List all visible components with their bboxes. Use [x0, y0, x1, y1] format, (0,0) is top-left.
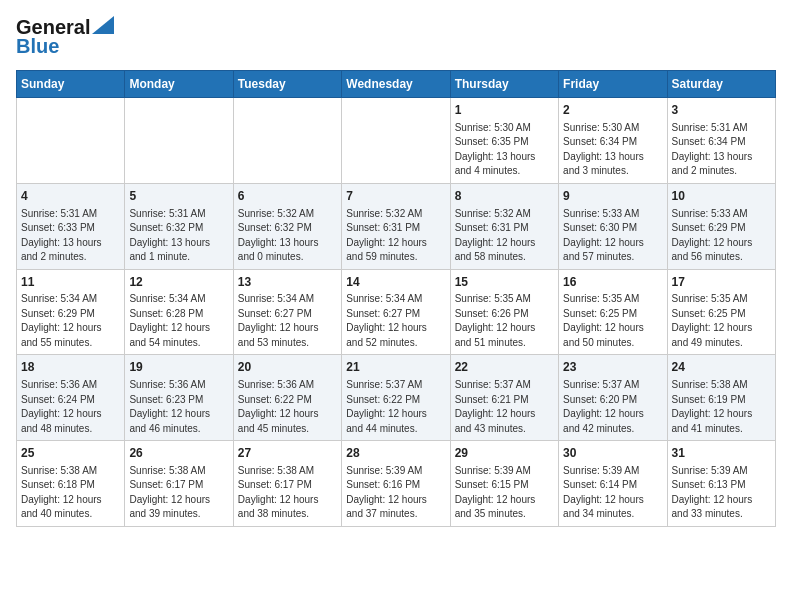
day-number: 6 [238, 188, 337, 205]
page-header: General Blue [16, 16, 776, 58]
week-row-1: 1Sunrise: 5:30 AM Sunset: 6:35 PM Daylig… [17, 98, 776, 184]
cell-content: Sunrise: 5:37 AM Sunset: 6:20 PM Dayligh… [563, 378, 662, 436]
logo: General Blue [16, 16, 114, 58]
calendar-cell [125, 98, 233, 184]
cell-content: Sunrise: 5:34 AM Sunset: 6:27 PM Dayligh… [238, 292, 337, 350]
day-number: 12 [129, 274, 228, 291]
calendar-cell: 14Sunrise: 5:34 AM Sunset: 6:27 PM Dayli… [342, 269, 450, 355]
day-number: 15 [455, 274, 554, 291]
cell-content: Sunrise: 5:31 AM Sunset: 6:33 PM Dayligh… [21, 207, 120, 265]
calendar-cell: 24Sunrise: 5:38 AM Sunset: 6:19 PM Dayli… [667, 355, 775, 441]
calendar-cell: 9Sunrise: 5:33 AM Sunset: 6:30 PM Daylig… [559, 183, 667, 269]
day-number: 28 [346, 445, 445, 462]
day-number: 25 [21, 445, 120, 462]
calendar-cell: 22Sunrise: 5:37 AM Sunset: 6:21 PM Dayli… [450, 355, 558, 441]
day-number: 20 [238, 359, 337, 376]
day-number: 23 [563, 359, 662, 376]
calendar-cell: 1Sunrise: 5:30 AM Sunset: 6:35 PM Daylig… [450, 98, 558, 184]
calendar-cell: 5Sunrise: 5:31 AM Sunset: 6:32 PM Daylig… [125, 183, 233, 269]
calendar-cell [233, 98, 341, 184]
calendar-cell: 4Sunrise: 5:31 AM Sunset: 6:33 PM Daylig… [17, 183, 125, 269]
day-number: 24 [672, 359, 771, 376]
cell-content: Sunrise: 5:38 AM Sunset: 6:18 PM Dayligh… [21, 464, 120, 522]
cell-content: Sunrise: 5:35 AM Sunset: 6:26 PM Dayligh… [455, 292, 554, 350]
day-number: 26 [129, 445, 228, 462]
week-row-3: 11Sunrise: 5:34 AM Sunset: 6:29 PM Dayli… [17, 269, 776, 355]
cell-content: Sunrise: 5:31 AM Sunset: 6:32 PM Dayligh… [129, 207, 228, 265]
calendar-cell: 8Sunrise: 5:32 AM Sunset: 6:31 PM Daylig… [450, 183, 558, 269]
calendar-cell: 11Sunrise: 5:34 AM Sunset: 6:29 PM Dayli… [17, 269, 125, 355]
calendar-cell [17, 98, 125, 184]
calendar-cell: 12Sunrise: 5:34 AM Sunset: 6:28 PM Dayli… [125, 269, 233, 355]
week-row-5: 25Sunrise: 5:38 AM Sunset: 6:18 PM Dayli… [17, 441, 776, 527]
cell-content: Sunrise: 5:36 AM Sunset: 6:23 PM Dayligh… [129, 378, 228, 436]
day-number: 14 [346, 274, 445, 291]
day-number: 21 [346, 359, 445, 376]
logo-icon [92, 16, 114, 34]
day-number: 4 [21, 188, 120, 205]
cell-content: Sunrise: 5:36 AM Sunset: 6:24 PM Dayligh… [21, 378, 120, 436]
week-row-2: 4Sunrise: 5:31 AM Sunset: 6:33 PM Daylig… [17, 183, 776, 269]
day-number: 11 [21, 274, 120, 291]
day-number: 17 [672, 274, 771, 291]
day-number: 30 [563, 445, 662, 462]
day-number: 13 [238, 274, 337, 291]
cell-content: Sunrise: 5:39 AM Sunset: 6:14 PM Dayligh… [563, 464, 662, 522]
day-number: 1 [455, 102, 554, 119]
cell-content: Sunrise: 5:33 AM Sunset: 6:29 PM Dayligh… [672, 207, 771, 265]
calendar-cell: 10Sunrise: 5:33 AM Sunset: 6:29 PM Dayli… [667, 183, 775, 269]
cell-content: Sunrise: 5:37 AM Sunset: 6:22 PM Dayligh… [346, 378, 445, 436]
calendar-cell: 7Sunrise: 5:32 AM Sunset: 6:31 PM Daylig… [342, 183, 450, 269]
cell-content: Sunrise: 5:32 AM Sunset: 6:31 PM Dayligh… [455, 207, 554, 265]
header-tuesday: Tuesday [233, 71, 341, 98]
calendar-cell: 16Sunrise: 5:35 AM Sunset: 6:25 PM Dayli… [559, 269, 667, 355]
cell-content: Sunrise: 5:33 AM Sunset: 6:30 PM Dayligh… [563, 207, 662, 265]
calendar-cell: 25Sunrise: 5:38 AM Sunset: 6:18 PM Dayli… [17, 441, 125, 527]
logo-blue: Blue [16, 35, 59, 58]
calendar-cell: 30Sunrise: 5:39 AM Sunset: 6:14 PM Dayli… [559, 441, 667, 527]
cell-content: Sunrise: 5:30 AM Sunset: 6:34 PM Dayligh… [563, 121, 662, 179]
calendar-cell: 29Sunrise: 5:39 AM Sunset: 6:15 PM Dayli… [450, 441, 558, 527]
cell-content: Sunrise: 5:34 AM Sunset: 6:27 PM Dayligh… [346, 292, 445, 350]
calendar-cell [342, 98, 450, 184]
header-row: SundayMondayTuesdayWednesdayThursdayFrid… [17, 71, 776, 98]
cell-content: Sunrise: 5:39 AM Sunset: 6:16 PM Dayligh… [346, 464, 445, 522]
cell-content: Sunrise: 5:35 AM Sunset: 6:25 PM Dayligh… [672, 292, 771, 350]
cell-content: Sunrise: 5:34 AM Sunset: 6:28 PM Dayligh… [129, 292, 228, 350]
calendar-cell: 27Sunrise: 5:38 AM Sunset: 6:17 PM Dayli… [233, 441, 341, 527]
header-monday: Monday [125, 71, 233, 98]
cell-content: Sunrise: 5:38 AM Sunset: 6:17 PM Dayligh… [129, 464, 228, 522]
calendar-cell: 26Sunrise: 5:38 AM Sunset: 6:17 PM Dayli… [125, 441, 233, 527]
day-number: 27 [238, 445, 337, 462]
calendar-cell: 3Sunrise: 5:31 AM Sunset: 6:34 PM Daylig… [667, 98, 775, 184]
calendar-cell: 18Sunrise: 5:36 AM Sunset: 6:24 PM Dayli… [17, 355, 125, 441]
header-thursday: Thursday [450, 71, 558, 98]
cell-content: Sunrise: 5:39 AM Sunset: 6:15 PM Dayligh… [455, 464, 554, 522]
calendar-cell: 17Sunrise: 5:35 AM Sunset: 6:25 PM Dayli… [667, 269, 775, 355]
calendar-cell: 2Sunrise: 5:30 AM Sunset: 6:34 PM Daylig… [559, 98, 667, 184]
header-friday: Friday [559, 71, 667, 98]
day-number: 19 [129, 359, 228, 376]
day-number: 7 [346, 188, 445, 205]
cell-content: Sunrise: 5:39 AM Sunset: 6:13 PM Dayligh… [672, 464, 771, 522]
header-wednesday: Wednesday [342, 71, 450, 98]
calendar-cell: 31Sunrise: 5:39 AM Sunset: 6:13 PM Dayli… [667, 441, 775, 527]
cell-content: Sunrise: 5:35 AM Sunset: 6:25 PM Dayligh… [563, 292, 662, 350]
cell-content: Sunrise: 5:32 AM Sunset: 6:31 PM Dayligh… [346, 207, 445, 265]
calendar-cell: 28Sunrise: 5:39 AM Sunset: 6:16 PM Dayli… [342, 441, 450, 527]
day-number: 2 [563, 102, 662, 119]
day-number: 22 [455, 359, 554, 376]
cell-content: Sunrise: 5:34 AM Sunset: 6:29 PM Dayligh… [21, 292, 120, 350]
cell-content: Sunrise: 5:36 AM Sunset: 6:22 PM Dayligh… [238, 378, 337, 436]
cell-content: Sunrise: 5:30 AM Sunset: 6:35 PM Dayligh… [455, 121, 554, 179]
svg-marker-0 [92, 16, 114, 34]
calendar-cell: 20Sunrise: 5:36 AM Sunset: 6:22 PM Dayli… [233, 355, 341, 441]
week-row-4: 18Sunrise: 5:36 AM Sunset: 6:24 PM Dayli… [17, 355, 776, 441]
cell-content: Sunrise: 5:37 AM Sunset: 6:21 PM Dayligh… [455, 378, 554, 436]
calendar-cell: 15Sunrise: 5:35 AM Sunset: 6:26 PM Dayli… [450, 269, 558, 355]
calendar-cell: 13Sunrise: 5:34 AM Sunset: 6:27 PM Dayli… [233, 269, 341, 355]
calendar-cell: 6Sunrise: 5:32 AM Sunset: 6:32 PM Daylig… [233, 183, 341, 269]
cell-content: Sunrise: 5:38 AM Sunset: 6:17 PM Dayligh… [238, 464, 337, 522]
calendar-cell: 19Sunrise: 5:36 AM Sunset: 6:23 PM Dayli… [125, 355, 233, 441]
cell-content: Sunrise: 5:38 AM Sunset: 6:19 PM Dayligh… [672, 378, 771, 436]
